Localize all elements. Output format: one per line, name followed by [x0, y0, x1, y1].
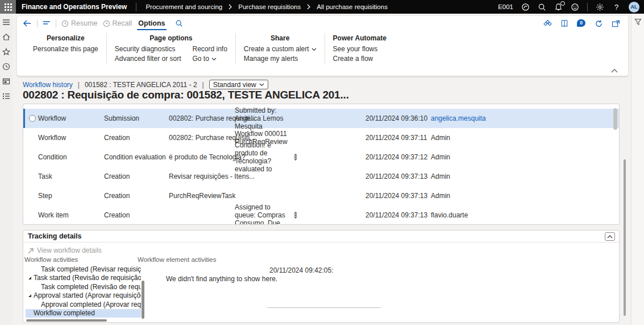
manage-my-alerts-button[interactable]: Manage my alerts	[244, 54, 317, 64]
tree-item-label: Approval completed (Aprovar requisições …	[41, 301, 141, 308]
cell-details: Assigned to queue: Compras Consumo. Due	[235, 203, 292, 225]
copilot-icon[interactable]	[521, 3, 530, 11]
expand-menu-hamburger-icon[interactable]	[2, 18, 10, 26]
workspaces-icon[interactable]	[2, 77, 10, 85]
grid-vertical-scrollbar[interactable]	[613, 108, 617, 130]
ribbon-groups: Personalize Personalize this page Page o…	[17, 31, 628, 64]
tree-item[interactable]: Approval completed (Aprovar requisições …	[26, 300, 141, 309]
app-title[interactable]: Finance and Operations Preview	[22, 3, 127, 11]
tree-item-label: Task completed (Revisar requisições - It…	[41, 265, 141, 273]
cell-scroll-spinner[interactable]	[294, 212, 297, 219]
app-launcher-waffle-icon[interactable]	[0, 0, 16, 14]
group-title: Power Automate	[333, 33, 387, 43]
back-arrow-icon[interactable]	[23, 19, 32, 27]
security-diagnostics-button[interactable]: Security diagnostics	[115, 44, 181, 54]
row-radio[interactable]	[29, 115, 36, 122]
cell-type: Workflow	[38, 114, 66, 122]
settings-gear-icon[interactable]	[596, 3, 604, 11]
tree-horizontal-scrollbar[interactable]	[26, 319, 107, 322]
resume-label: Resume	[71, 19, 98, 27]
home-icon[interactable]	[2, 33, 10, 41]
create-a-flow-button[interactable]: Create a flow	[333, 54, 387, 64]
breadcrumb-module[interactable]: Procurement and sourcing	[146, 3, 222, 10]
toolbar-search-icon[interactable]	[175, 19, 183, 27]
tab-options[interactable]: Options	[137, 19, 166, 27]
action-pane: Resume Recall Options 0 Personalize Pers…	[17, 16, 628, 76]
modules-list-icon[interactable]	[2, 92, 10, 100]
see-your-flows-button[interactable]: See your flows	[333, 44, 387, 54]
message-center-icon[interactable]: 0	[577, 19, 586, 28]
cell-date: 20/11/2024 09:37:13	[365, 172, 427, 180]
group-title: Personalize	[33, 33, 98, 43]
user-avatar[interactable]: AL	[629, 2, 639, 13]
resume-button[interactable]: Resume	[61, 19, 98, 27]
breadcrumb: Procurement and sourcing Purchase requis…	[146, 3, 388, 10]
cell-user: Admin	[431, 153, 450, 161]
tree-expand-icon[interactable]	[28, 294, 31, 297]
collapse-section-button[interactable]	[605, 232, 615, 241]
cell-event: Creation	[104, 211, 130, 219]
search-icon[interactable]	[538, 3, 546, 11]
group-power-automate: Power Automate See your flows Create a f…	[325, 33, 394, 64]
cell-event: Submission	[104, 114, 139, 122]
tree-item[interactable]: Task completed (Revisão de requisição de…	[26, 282, 141, 291]
table-row[interactable]: Step Creation PurchReqReviewTask 20/11/2…	[23, 186, 619, 205]
table-row[interactable]: Condition Condition evaluation é produto…	[23, 147, 619, 167]
power-apps-icon[interactable]	[543, 19, 552, 28]
group-personalize: Personalize Personalize this page	[25, 33, 106, 54]
table-row[interactable]: Work item Creation Assigned to queue: Co…	[23, 205, 619, 225]
filter-funnel-icon[interactable]	[634, 18, 642, 325]
collapse-lines-icon[interactable]	[43, 20, 51, 27]
record-info-button[interactable]: Record info	[192, 44, 227, 54]
create-custom-alert-button[interactable]: Create a custom alert	[244, 44, 317, 54]
cell-user: flavio.duarte	[431, 211, 468, 219]
cell-type: Workflow	[38, 134, 66, 142]
table-row[interactable]: Task Creation Revisar requisições - Iten…	[23, 167, 619, 186]
breadcrumb-section[interactable]: Purchase requisitions	[238, 3, 301, 10]
book-icon[interactable]	[560, 19, 568, 28]
recall-button[interactable]: Recall	[103, 19, 132, 27]
cell-event: Creation	[104, 172, 130, 180]
view-selector-dropdown[interactable]: Standard view	[209, 80, 268, 89]
advanced-filter-or-sort-button[interactable]: Advanced filter or sort	[115, 54, 181, 64]
open-in-new-window-icon[interactable]	[612, 20, 620, 27]
chevron-down-icon	[259, 83, 264, 87]
clipped-grid-row[interactable]	[23, 104, 619, 109]
notifications-bell-icon[interactable]	[554, 3, 563, 11]
cell-scroll-spinner[interactable]	[294, 154, 297, 161]
tree-item[interactable]: Approval started (Aprovar requisições de…	[26, 291, 141, 301]
cell-type: Task	[38, 172, 52, 180]
help-icon[interactable]: ?	[612, 3, 621, 11]
empty-state-message: We didn't find anything to show here.	[166, 275, 277, 283]
tree-item-label: Approval started (Aprovar requisições de…	[34, 291, 141, 299]
tree-item[interactable]: Workflow completed	[26, 309, 141, 318]
personalize-this-page-button[interactable]: Personalize this page	[33, 44, 98, 54]
tree-item[interactable]: Task started (Revisão de requisição de c…	[26, 274, 141, 283]
favorites-star-icon[interactable]	[2, 48, 10, 56]
comment-divider	[267, 307, 381, 308]
tree-vertical-scrollbar[interactable]	[142, 281, 144, 319]
tree-expand-icon[interactable]	[28, 277, 31, 279]
notification-badge	[560, 1, 565, 6]
breadcrumb-page[interactable]: All purchase requisitions	[317, 3, 388, 10]
page-vertical-scrollbar[interactable]	[624, 159, 626, 316]
environment-label[interactable]: E001	[498, 3, 513, 10]
refresh-icon[interactable]	[595, 19, 603, 28]
breadcrumb-chevron-icon	[306, 4, 311, 10]
view-workflow-details-link[interactable]: View workflow details	[28, 246, 102, 254]
cell-user: Admin	[431, 192, 450, 200]
go-to-button[interactable]: Go to	[192, 54, 227, 64]
workflow-history-link[interactable]: Workflow history	[23, 81, 73, 89]
workflow-history-grid: Workflow Submission 002802: Purchase req…	[23, 104, 620, 225]
cell-user: Admin	[431, 172, 450, 180]
tree-item[interactable]: Task completed (Revisar requisições - It…	[26, 265, 141, 274]
cell-user: angelica.mesquita	[431, 114, 486, 122]
divider	[56, 19, 56, 27]
feedback-smiley-icon[interactable]	[571, 3, 579, 11]
recent-clock-icon[interactable]	[2, 63, 10, 71]
table-row[interactable]: Workflow Creation 002802: Purchase requi…	[23, 128, 619, 147]
cell-details: Submitted by: Angelica Lemos Mesquita	[235, 106, 292, 130]
table-row[interactable]: Workflow Submission 002802: Purchase req…	[23, 109, 619, 128]
collapse-ribbon-chevron-icon[interactable]	[611, 69, 618, 73]
workflow-activities-tree: Task completed (Revisar requisições - It…	[26, 265, 141, 318]
